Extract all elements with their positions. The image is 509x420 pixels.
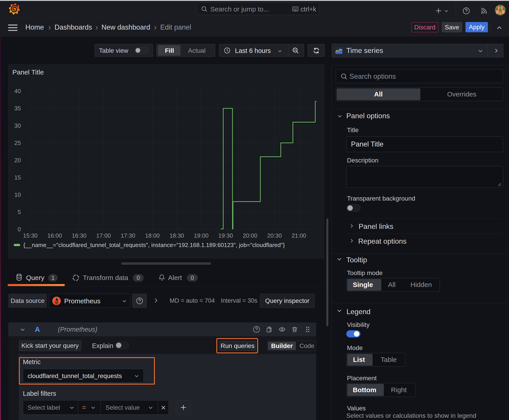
svg-text:30: 30 xyxy=(14,122,21,129)
svg-text:10: 10 xyxy=(14,191,21,198)
svg-text:21:00: 21:00 xyxy=(291,232,306,239)
svg-text:16:00: 16:00 xyxy=(47,232,62,239)
svg-text:16:30: 16:30 xyxy=(72,232,86,239)
svg-text:5: 5 xyxy=(18,209,21,215)
svg-text:18:30: 18:30 xyxy=(169,232,184,239)
svg-text:15:30: 15:30 xyxy=(23,232,38,239)
svg-text:20: 20 xyxy=(14,157,21,164)
svg-text:19:30: 19:30 xyxy=(218,232,233,239)
svg-text:25: 25 xyxy=(14,140,21,146)
svg-text:15: 15 xyxy=(14,174,21,181)
svg-text:17:30: 17:30 xyxy=(121,232,135,239)
svg-text:{__name__="cloudflared_tunnel_: {__name__="cloudflared_tunnel_total_requ… xyxy=(23,242,285,248)
svg-text:20:30: 20:30 xyxy=(267,232,282,239)
svg-text:19:00: 19:00 xyxy=(194,232,208,239)
svg-text:20:00: 20:00 xyxy=(243,232,258,239)
svg-text:0: 0 xyxy=(18,226,21,233)
svg-text:40: 40 xyxy=(14,88,21,94)
svg-text:18:00: 18:00 xyxy=(145,232,160,239)
svg-text:17:00: 17:00 xyxy=(96,232,111,239)
svg-text:35: 35 xyxy=(14,105,21,112)
